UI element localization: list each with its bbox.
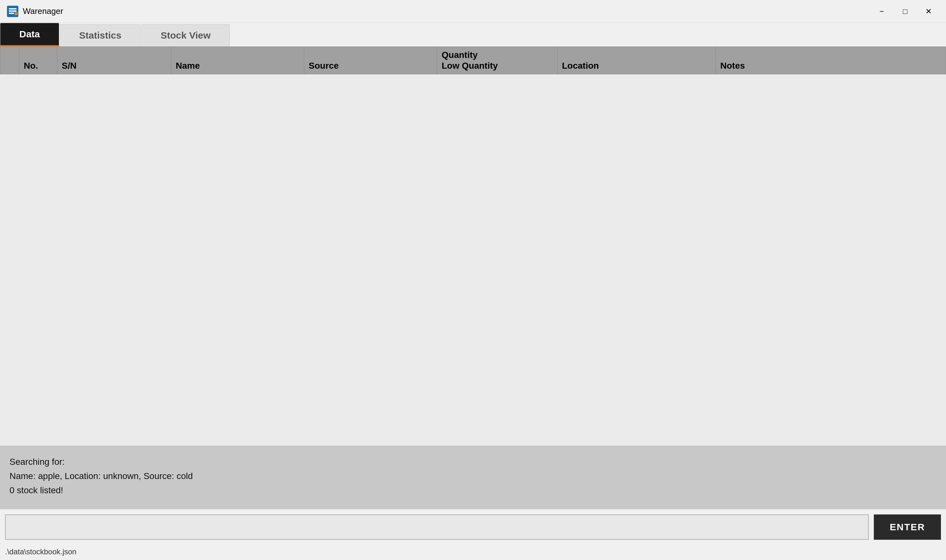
col-location: Location xyxy=(558,47,716,74)
status-line-2: Name: apple, Location: unknown, Source: … xyxy=(9,469,937,483)
tab-bar: Data Statistics Stock View xyxy=(0,23,946,46)
title-bar-left: Warenager xyxy=(6,5,63,18)
col-checkbox xyxy=(0,47,19,74)
tab-data[interactable]: Data xyxy=(0,23,59,46)
maximize-button[interactable]: □ xyxy=(894,3,916,19)
app-title: Warenager xyxy=(23,6,63,16)
svg-rect-1 xyxy=(9,8,17,9)
minimize-button[interactable]: − xyxy=(871,3,893,19)
tab-statistics[interactable]: Statistics xyxy=(60,24,140,46)
table-header-row: No. S/N Name Source Quantity Low Qu xyxy=(0,47,946,74)
file-path: .\data\stockbook.json xyxy=(0,545,946,560)
enter-button[interactable]: ENTER xyxy=(874,514,941,540)
close-button[interactable]: ✕ xyxy=(918,3,940,19)
status-line-3: 0 stock listed! xyxy=(9,483,937,498)
status-line-1: Searching for: xyxy=(9,455,937,469)
title-bar: Warenager − □ ✕ xyxy=(0,0,946,23)
svg-rect-3 xyxy=(9,13,14,14)
status-panel: Searching for: Name: apple, Location: un… xyxy=(0,446,946,509)
main-window: Warenager − □ ✕ Data Statistics Stock Vi… xyxy=(0,0,946,560)
table-body-area xyxy=(0,74,946,446)
tab-stockview[interactable]: Stock View xyxy=(141,24,230,46)
table-container: No. S/N Name Source Quantity Low Qu xyxy=(0,46,946,446)
command-input[interactable] xyxy=(5,514,869,540)
col-quantity: Quantity Low Quantity xyxy=(437,47,558,74)
app-icon xyxy=(6,5,19,18)
col-source: Source xyxy=(304,47,437,74)
svg-rect-4 xyxy=(15,12,18,15)
col-name: Name xyxy=(171,47,304,74)
title-bar-controls: − □ ✕ xyxy=(871,3,940,19)
col-notes: Notes xyxy=(716,47,946,74)
col-no: No. xyxy=(19,47,57,74)
svg-rect-2 xyxy=(9,11,17,12)
data-table: No. S/N Name Source Quantity Low Qu xyxy=(0,46,946,74)
input-bar: ENTER xyxy=(0,509,946,545)
col-sn: S/N xyxy=(57,47,171,74)
